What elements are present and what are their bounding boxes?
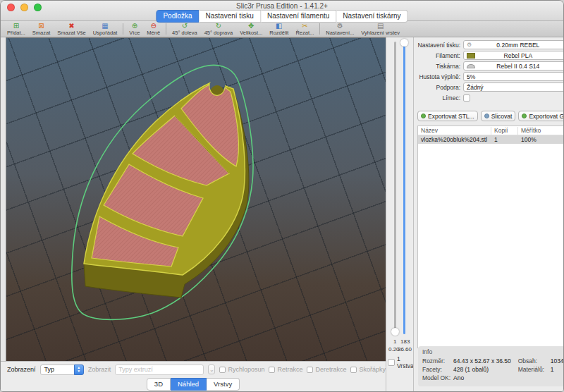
main-tabs: Podložka Nastavení tisku Nastavení filam… — [156, 10, 407, 23]
toolbar-cut-button[interactable]: ✂ Řezat... — [292, 21, 317, 37]
column-name[interactable]: Název — [418, 127, 491, 135]
export-stl-icon — [421, 114, 426, 118]
titlebar: Slic3r Prusa Edition - 1.41.2+ Podložka … — [1, 1, 563, 21]
tab-nastaveni-filamentu[interactable]: Nastavení filamentu — [261, 10, 336, 23]
popup-stepper-icon: ▲▼ — [74, 365, 84, 375]
infill-density-select[interactable]: 5% ▲▼ — [463, 72, 564, 81]
toolbar-scale-button[interactable]: ✥ Velikost... — [236, 21, 266, 37]
chevron-down-icon[interactable]: ⌄ — [208, 365, 215, 374]
table-row[interactable]: vlozka%20obluk%204.stl 1 100% — [418, 135, 564, 144]
model-ok-value: Ano — [453, 374, 564, 381]
tab-nastaveni-tiskarny[interactable]: Nastavení tiskárny — [336, 10, 407, 23]
checkbox-icon — [350, 367, 357, 373]
support-label: Podpora: — [417, 84, 460, 91]
delete-all-icon: ✖ — [68, 23, 74, 30]
checkbox-icon — [219, 367, 226, 373]
brim-label: Límec: — [417, 94, 460, 102]
view-layers-button[interactable]: Vrstvy — [207, 378, 240, 391]
tab-podlozka[interactable]: Podložka — [156, 10, 199, 23]
toolbar-more-button[interactable]: ⊕ Více — [125, 21, 143, 37]
facets-value: 428 (1 obalů) — [453, 366, 518, 373]
travel-checkbox[interactable]: Rychloposun — [219, 366, 264, 373]
toolbar-delete-all-button[interactable]: ✖ Smazat Vše — [54, 21, 89, 37]
materials-value: 1 — [551, 366, 564, 373]
filament-label: Filament: — [417, 52, 460, 59]
printer-icon — [467, 64, 475, 68]
printer-label: Tiskárna: — [417, 63, 460, 70]
tab-nastaveni-tisku[interactable]: Nastavení tisku — [200, 10, 261, 23]
view-mode-label: Zobrazení — [7, 366, 36, 373]
delete-object-icon: ⊠ — [38, 23, 44, 30]
bottom-bar: Zobrazení Typ ▲▼ Zobrazit ⌄ Rychloposun — [1, 361, 386, 391]
print-settings-select[interactable]: ⚙ 0.20mm REBEL — [463, 40, 564, 49]
toolbar-settings-button[interactable]: ⚙ Nastavení... — [322, 21, 357, 37]
scale-icon: ✥ — [248, 23, 254, 30]
column-copies[interactable]: Kopií — [491, 127, 518, 135]
retractions-checkbox[interactable]: Retrakce — [269, 366, 302, 373]
size-value: 64.43 x 52.67 x 36.50 — [453, 357, 518, 365]
toolbar-separator — [123, 23, 123, 35]
toolbar-arrange-button[interactable]: ▦ Uspořádat — [90, 21, 121, 37]
preset-gear-icon: ⚙ — [467, 42, 472, 49]
toolbar-fewer-button[interactable]: ⊖ Méně — [143, 21, 164, 37]
viewport-left-margin — [1, 37, 6, 361]
slice-icon — [484, 114, 489, 118]
max-layer-height: 36.60 — [398, 346, 412, 353]
settings-panel: Nastavení tisku: ⚙ 0.20mm REBEL ⌄ Filame… — [413, 37, 564, 391]
toolbar-rotate-right-button[interactable]: ↻ 45° doprava — [201, 21, 237, 37]
export-gcode-button[interactable]: Exportovat G-kód... — [518, 111, 564, 121]
layer-slider-min-track[interactable] — [394, 42, 396, 334]
model-ok-label: Model OK: — [422, 374, 453, 381]
window-title: Slic3r Prusa Edition - 1.41.2+ — [1, 2, 563, 10]
extrusion-filter-input[interactable] — [115, 365, 204, 375]
model-info-panel: Info Rozměr: 64.43 x 52.67 x 36.50 Obsah… — [418, 346, 564, 386]
single-layer-checkbox[interactable]: 1 Vrstva — [388, 355, 414, 369]
max-layer-index: 183 — [400, 338, 410, 345]
toolbar-delete-button[interactable]: ⊠ Smazat — [29, 21, 54, 37]
layer-slider-strip: 1 183 0.20 36.60 1 Vrstva — [386, 37, 413, 391]
split-icon: ◧ — [276, 23, 282, 30]
brim-checkbox[interactable] — [463, 94, 470, 102]
infill-density-label: Hustota výplně: — [417, 73, 460, 80]
toolbar-separator — [319, 23, 320, 35]
rotate-right-icon: ↻ — [216, 23, 221, 30]
layer-smoothing-icon: ▤ — [377, 23, 384, 30]
checkbox-icon — [388, 359, 395, 366]
export-stl-button[interactable]: Exportovat STL... — [417, 111, 478, 121]
gear-icon: ⚙ — [337, 23, 343, 30]
toolbar-layer-smoothing-button[interactable]: ▤ Vyhlazení vrstev — [357, 21, 403, 37]
slice-button[interactable]: Slicovat — [481, 111, 516, 121]
layer-slider-min-knob[interactable] — [391, 328, 399, 336]
toolbar-rotate-left-button[interactable]: ↺ 45° doleva — [168, 21, 201, 37]
unretractions-checkbox[interactable]: Deretrakce — [307, 366, 346, 373]
column-scale[interactable]: Měřítko — [518, 127, 555, 135]
preview-3d-viewport[interactable] — [6, 37, 386, 361]
facets-label: Facety: — [422, 366, 453, 373]
materials-label: Materiálů: — [518, 366, 551, 373]
shells-checkbox[interactable]: Skořápky — [350, 366, 386, 373]
table-header: Název Kopií Měřítko — [418, 126, 564, 135]
support-select[interactable]: Žádný ▲▼ — [463, 82, 564, 92]
checkbox-icon — [269, 367, 275, 373]
print-settings-label: Nastavení tisku: — [417, 42, 460, 49]
rotate-left-icon: ↺ — [182, 23, 188, 30]
cut-icon: ✂ — [302, 23, 307, 30]
volume-value: 10345.69 — [551, 357, 564, 365]
printer-select[interactable]: Rebel II 0.4 S14 — [463, 61, 564, 71]
info-title: Info — [422, 348, 564, 355]
view-3d-button[interactable]: 3D — [147, 378, 171, 391]
toolbar-add-button[interactable]: ⊞ Přidat... — [4, 21, 29, 37]
view-mode-select[interactable]: Typ ▲▼ — [40, 365, 84, 375]
model-canvas[interactable] — [6, 38, 386, 361]
size-label: Rozměr: — [422, 357, 453, 365]
layer-slider-max-knob[interactable] — [400, 39, 408, 47]
export-gcode-icon — [522, 114, 527, 118]
toolbar: ⊞ Přidat... ⊠ Smazat ✖ Smazat Vše ▦ Uspo… — [1, 21, 563, 37]
layer-slider-max-track[interactable] — [403, 42, 405, 334]
filament-select[interactable]: Rebel PLA — [463, 51, 564, 60]
toolbar-separator — [166, 23, 166, 35]
filament-color-swatch — [467, 53, 475, 59]
view-preview-button[interactable]: Náhled — [171, 378, 207, 391]
toolbar-split-button[interactable]: ◧ Rozdělit — [266, 21, 292, 37]
view-switcher: 3D Náhled Vrstvy — [147, 378, 240, 391]
